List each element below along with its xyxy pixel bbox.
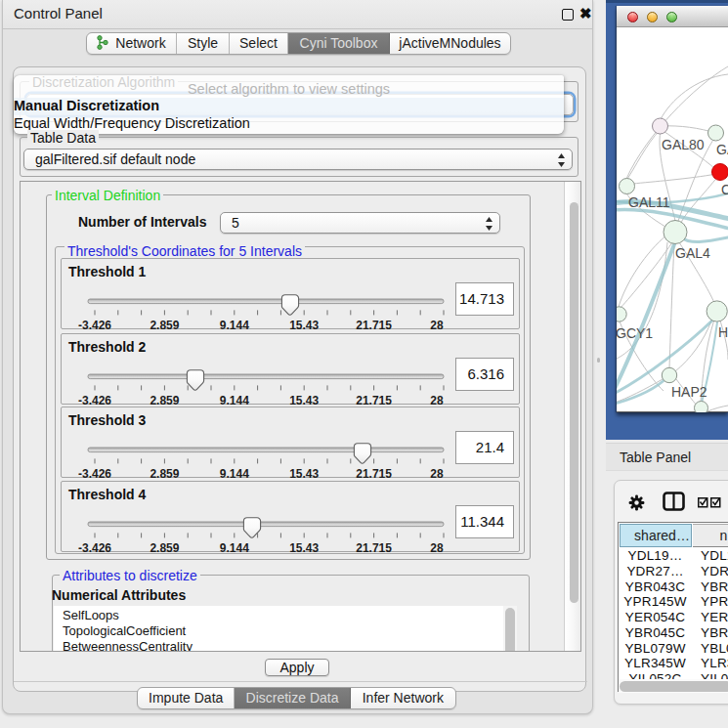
svg-text:15.43: 15.43 [289,393,319,406]
svg-text:15.43: 15.43 [289,467,319,480]
svg-text:2.859: 2.859 [150,467,179,480]
svg-text:GAL4: GAL4 [675,245,710,261]
svg-text:28: 28 [430,319,444,331]
svg-text:-3.426: -3.426 [78,540,111,553]
svg-text:28: 28 [430,393,444,406]
svg-text:28: 28 [430,540,444,553]
svg-text:2.859: 2.859 [150,540,179,553]
svg-text:-3.426: -3.426 [78,393,111,406]
svg-text:H: H [718,324,728,340]
svg-text:21.715: 21.715 [356,540,392,553]
svg-text:21.715: 21.715 [356,467,392,480]
svg-text:15.43: 15.43 [289,319,319,331]
svg-text:9.144: 9.144 [220,393,249,406]
svg-text:GCY1: GCY1 [617,325,653,341]
svg-text:2.859: 2.859 [150,393,179,406]
svg-text:9.144: 9.144 [220,540,249,553]
svg-text:GAL80: GAL80 [662,137,705,152]
svg-text:21.715: 21.715 [356,319,392,331]
svg-text:-3.426: -3.426 [78,319,111,331]
svg-text:9.144: 9.144 [220,319,249,331]
svg-text:C: C [721,182,728,197]
svg-text:HAP2: HAP2 [671,384,707,400]
svg-text:2.859: 2.859 [150,319,179,331]
svg-text:28: 28 [430,467,444,480]
svg-text:21.715: 21.715 [356,393,392,406]
svg-text:15.43: 15.43 [289,540,319,553]
svg-text:GA: GA [716,142,728,157]
svg-text:9.144: 9.144 [220,467,249,480]
svg-text:GAL11: GAL11 [628,194,670,210]
svg-text:-3.426: -3.426 [78,467,111,480]
